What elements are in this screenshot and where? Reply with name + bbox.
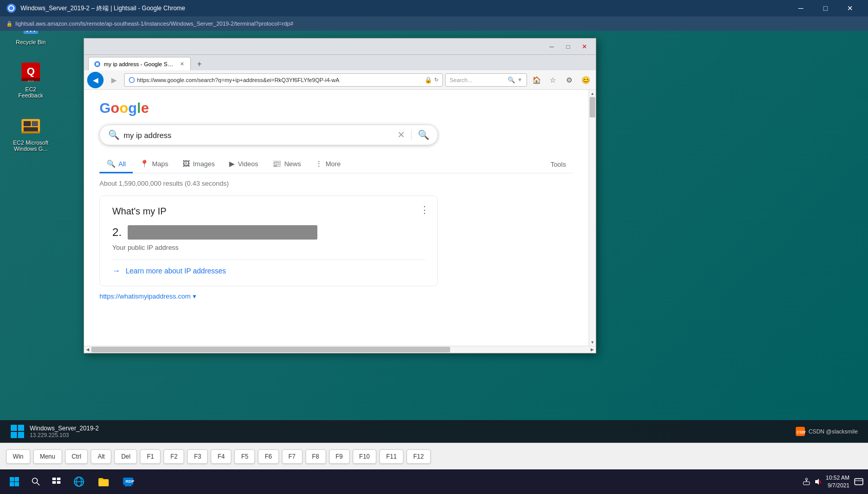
ip-card-menu-icon[interactable]: ⋮ bbox=[420, 204, 429, 215]
os-minimize-button[interactable]: ─ bbox=[789, 0, 813, 16]
google-search-icon: 🔍 bbox=[108, 129, 119, 141]
svg-text:Q: Q bbox=[27, 66, 35, 77]
notification-icon[interactable] bbox=[854, 477, 864, 487]
desktop-icons: Recycle Bin Q EC2 EC2 Feedback bbox=[10, 10, 51, 154]
learn-more-link[interactable]: → Learn more about IP addresses bbox=[112, 266, 425, 275]
shortcut-f3[interactable]: F3 bbox=[187, 449, 208, 464]
nav-all-label: All bbox=[118, 160, 126, 168]
volume-icon[interactable] bbox=[814, 478, 822, 486]
folder-icon bbox=[97, 476, 110, 488]
taskbar-clock[interactable]: 10:52 AM 9/7/2021 bbox=[826, 474, 850, 490]
svg-rect-39 bbox=[803, 482, 810, 485]
shortcut-f8[interactable]: F8 bbox=[306, 449, 326, 464]
os-close-button[interactable]: ✕ bbox=[838, 0, 862, 16]
shortcut-del[interactable]: Del bbox=[114, 449, 137, 464]
nav-more-label: More bbox=[326, 160, 341, 168]
shortcut-f7[interactable]: F7 bbox=[282, 449, 302, 464]
desktop: Windows_Server_2019-2 – 終端 | Lightsail -… bbox=[0, 0, 868, 494]
shortcut-alt[interactable]: Alt bbox=[91, 449, 111, 464]
browser-tab-active[interactable]: my ip address - Google Sea... ✕ bbox=[88, 57, 191, 70]
nav-all[interactable]: 🔍 All bbox=[99, 155, 133, 173]
taskbar-system-icons bbox=[802, 478, 822, 486]
shortcut-f12[interactable]: F12 bbox=[407, 449, 431, 464]
scroll-left-arrow[interactable]: ◀ bbox=[84, 346, 91, 353]
scrollbar-vertical[interactable]: ▲ ▼ bbox=[589, 90, 596, 346]
address-bar[interactable]: https://www.google.com/search?q=my+ip+ad… bbox=[124, 73, 443, 87]
shortcut-f1[interactable]: F1 bbox=[140, 449, 160, 464]
taskbar-search-button[interactable] bbox=[27, 472, 45, 491]
search-dropdown-icon[interactable]: ▼ bbox=[517, 77, 522, 83]
nav-videos[interactable]: ▶ Videos bbox=[222, 155, 266, 173]
browser-window: ─ □ ✕ my ip address - Google Sea... ✕ + … bbox=[84, 38, 596, 353]
emoji-icon[interactable]: 😊 bbox=[578, 73, 593, 87]
nav-more[interactable]: ⋮ More bbox=[308, 155, 348, 173]
task-view-button[interactable] bbox=[47, 472, 66, 491]
svg-rect-28 bbox=[57, 478, 60, 480]
os-maximize-button[interactable]: □ bbox=[814, 0, 837, 16]
browser-close-button[interactable]: ✕ bbox=[577, 41, 592, 52]
explorer-taskbar-button[interactable] bbox=[92, 470, 115, 493]
browser-maximize-button[interactable]: □ bbox=[561, 41, 575, 52]
shortcut-f2[interactable]: F2 bbox=[164, 449, 184, 464]
shortcut-win[interactable]: Win bbox=[6, 449, 30, 464]
os-title-text: Windows_Server_2019-2 – 終端 | Lightsail -… bbox=[21, 4, 789, 13]
forward-button[interactable]: ▶ bbox=[106, 72, 122, 88]
start-button[interactable] bbox=[4, 471, 25, 492]
svg-rect-44 bbox=[855, 479, 863, 485]
home-icon[interactable]: 🏠 bbox=[529, 73, 543, 87]
scroll-down-arrow[interactable]: ▼ bbox=[589, 339, 596, 346]
tab-close-button[interactable]: ✕ bbox=[179, 61, 185, 67]
shortcut-f6[interactable]: F6 bbox=[258, 449, 278, 464]
ec2-windows-icon[interactable]: EC2 Microsoft Windows G... bbox=[10, 111, 51, 154]
external-ip-link[interactable]: https://whatismyipaddress.com ▾ bbox=[99, 292, 573, 300]
maps-icon: 📍 bbox=[140, 160, 149, 168]
ie-taskbar-button[interactable] bbox=[68, 470, 90, 493]
ip-label: Your public IP address bbox=[112, 244, 425, 251]
ip-divider bbox=[112, 260, 425, 260]
scroll-track-vertical[interactable] bbox=[589, 97, 596, 339]
scroll-thumb-vertical[interactable] bbox=[590, 97, 595, 117]
shortcut-f9[interactable]: F9 bbox=[329, 449, 350, 464]
scroll-thumb-horizontal[interactable] bbox=[91, 347, 450, 352]
svg-rect-49 bbox=[18, 432, 24, 438]
scroll-up-arrow[interactable]: ▲ bbox=[589, 90, 596, 97]
refresh-icon[interactable]: ↻ bbox=[434, 77, 438, 83]
rdp-taskbar-button[interactable]: RDP bbox=[117, 470, 139, 493]
settings-icon[interactable]: ⚙ bbox=[562, 73, 576, 87]
nav-maps[interactable]: 📍 Maps bbox=[133, 155, 175, 173]
nav-maps-label: Maps bbox=[152, 160, 168, 168]
browser-search-box[interactable]: Search... 🔍 ▼ bbox=[445, 73, 527, 87]
network-icon[interactable] bbox=[802, 478, 811, 486]
google-search-submit-icon[interactable]: 🔍 bbox=[418, 129, 429, 141]
results-count: About 1,590,000,000 results (0.43 second… bbox=[99, 180, 573, 187]
svg-text:CSDN: CSDN bbox=[797, 430, 805, 434]
shortcut-f11[interactable]: F11 bbox=[379, 449, 403, 464]
taskbar-time-text: 10:52 AM bbox=[826, 474, 850, 482]
shortcut-menu[interactable]: Menu bbox=[33, 449, 62, 464]
scroll-track-horizontal[interactable] bbox=[91, 346, 589, 353]
scroll-right-arrow[interactable]: ▶ bbox=[589, 346, 596, 353]
back-button[interactable]: ◀ bbox=[87, 72, 104, 88]
svg-marker-42 bbox=[815, 479, 819, 485]
shortcut-ctrl[interactable]: Ctrl bbox=[65, 449, 88, 464]
windows-server-icon bbox=[10, 424, 25, 439]
scrollbar-horizontal[interactable]: ◀ ▶ bbox=[84, 346, 596, 353]
learn-more-text: Learn more about IP addresses bbox=[126, 267, 226, 275]
browser-minimize-button[interactable]: ─ bbox=[544, 41, 559, 52]
ec2-feedback-icon[interactable]: Q EC2 EC2 Feedback bbox=[10, 57, 51, 101]
shortcut-f10[interactable]: F10 bbox=[353, 449, 377, 464]
favorites-icon[interactable]: ☆ bbox=[546, 73, 560, 87]
shortcut-f4[interactable]: F4 bbox=[211, 449, 231, 464]
svg-point-19 bbox=[96, 63, 99, 66]
search-placeholder: Search... bbox=[450, 77, 506, 83]
google-search-bar[interactable]: 🔍 my ip address ✕ 🔍 bbox=[99, 125, 438, 145]
search-tools-button[interactable]: Tools bbox=[543, 156, 573, 172]
new-tab-button[interactable]: + bbox=[193, 58, 206, 70]
nav-images[interactable]: 🖼 Images bbox=[175, 155, 222, 173]
shortcut-f5[interactable]: F5 bbox=[234, 449, 255, 464]
ip-card: What's my IP ⋮ 2. Your public IP address… bbox=[99, 195, 438, 286]
clear-search-icon[interactable]: ✕ bbox=[397, 129, 405, 141]
svg-rect-24 bbox=[15, 482, 19, 487]
svg-rect-15 bbox=[32, 121, 38, 126]
nav-news[interactable]: 📰 News bbox=[265, 155, 308, 173]
